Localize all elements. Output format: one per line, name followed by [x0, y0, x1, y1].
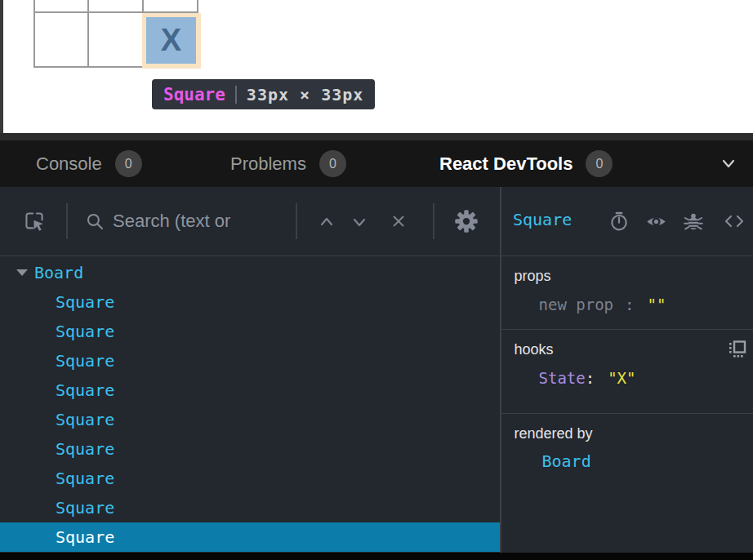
- tree-row-square-7[interactable]: Square: [0, 464, 500, 493]
- search-input[interactable]: [113, 207, 291, 236]
- toolbar-divider: [433, 203, 434, 239]
- tree-row-square-4[interactable]: Square: [0, 376, 500, 405]
- tree-row-square-3[interactable]: Square: [0, 346, 500, 376]
- tree-row-square-5[interactable]: Square: [0, 405, 500, 434]
- clear-search-icon[interactable]: [389, 211, 408, 231]
- search-icon: [85, 211, 105, 232]
- inspect-element-icon[interactable]: [23, 210, 46, 233]
- component-name: Square: [56, 351, 114, 371]
- next-match-icon[interactable]: [350, 213, 369, 231]
- tab-problems[interactable]: Problems 0: [230, 140, 346, 187]
- expand-arrow-icon[interactable]: [16, 269, 28, 276]
- component-name: Square: [56, 469, 114, 488]
- component-name: Square: [56, 410, 114, 429]
- rendered-by-title: rendered by: [515, 414, 741, 442]
- tab-bar-top-edge: [0, 133, 753, 140]
- tree-row-square-2[interactable]: Square: [0, 317, 500, 346]
- suspend-timer-icon[interactable]: [608, 211, 630, 232]
- tab-console[interactable]: Console 0: [36, 140, 142, 187]
- hook-colon: :: [586, 369, 595, 387]
- grid-line: [33, 0, 35, 68]
- devtools-tab-bar: Console 0 Problems 0 React DevTools 0: [0, 140, 753, 187]
- renderer-link-board[interactable]: Board: [515, 451, 741, 471]
- tree-row-square-6[interactable]: Square: [0, 434, 500, 464]
- board-cell-value: X: [161, 23, 181, 58]
- tooltip-dimensions: 33px × 33px: [247, 85, 363, 104]
- component-name: Square: [56, 439, 114, 459]
- inspect-tooltip: Square 33px × 33px: [152, 79, 375, 109]
- tab-count-badge: 0: [115, 150, 142, 177]
- component-name: Square: [56, 498, 114, 518]
- previous-match-icon[interactable]: [317, 213, 336, 231]
- bottom-edge-strip: [0, 553, 753, 560]
- view-source-icon[interactable]: [722, 211, 746, 231]
- tree-row-board-0[interactable]: Board: [0, 258, 500, 287]
- react-devtools-toolbar: Square: [0, 187, 753, 256]
- rendered-by-section: rendered by Board: [501, 414, 753, 553]
- tab-label: Problems: [230, 153, 306, 175]
- toolbar-divider: [66, 203, 68, 239]
- tab-label: React DevTools: [439, 153, 573, 175]
- hooks-section: hooks State: "X": [501, 330, 753, 414]
- tab-react-devtools[interactable]: React DevTools 0: [439, 140, 613, 187]
- inspect-dom-eye-icon[interactable]: [645, 211, 667, 233]
- component-name: Board: [34, 263, 83, 282]
- props-section-title: props: [515, 256, 741, 285]
- tooltip-component-name: Square: [163, 85, 225, 104]
- hook-state-row[interactable]: State: "X": [515, 369, 741, 387]
- new-prop-value-input[interactable]: "": [647, 296, 666, 313]
- parse-hook-names-icon[interactable]: [728, 340, 746, 358]
- props-section: props new prop : "": [501, 256, 753, 330]
- devtools-window: X Square 33px × 33px Console 0 Problems …: [0, 0, 753, 560]
- component-name: Square: [56, 527, 114, 547]
- tab-label: Console: [36, 153, 102, 175]
- log-data-bug-icon[interactable]: [683, 211, 704, 232]
- hook-name: State: [539, 369, 586, 387]
- chevron-down-icon[interactable]: [719, 153, 738, 173]
- settings-gear-icon[interactable]: [454, 209, 479, 233]
- prop-colon: :: [625, 296, 634, 313]
- tree-row-square-8[interactable]: Square: [0, 493, 500, 522]
- toolbar-divider: [296, 203, 297, 239]
- highlight-content-overlay[interactable]: X: [146, 17, 196, 64]
- new-prop-input[interactable]: new prop: [539, 296, 614, 313]
- react-devtools-content: BoardSquareSquareSquareSquareSquareSquar…: [0, 256, 753, 553]
- component-name: Square: [56, 292, 114, 312]
- selected-component-title: Square: [513, 210, 572, 229]
- tooltip-divider: [235, 86, 237, 104]
- hook-value[interactable]: "X": [608, 369, 635, 387]
- component-name: Square: [56, 380, 114, 400]
- new-prop-row[interactable]: new prop : "": [515, 296, 741, 313]
- tree-row-square-1[interactable]: Square: [0, 287, 500, 317]
- tree-row-square-9[interactable]: Square: [0, 522, 500, 552]
- hooks-section-title: hooks: [515, 330, 741, 358]
- component-name: Square: [56, 322, 114, 341]
- component-details-panel: props new prop : "" hooks: [501, 256, 753, 553]
- tab-count-badge: 0: [586, 150, 613, 177]
- components-tree: BoardSquareSquareSquareSquareSquareSquar…: [0, 256, 500, 553]
- grid-line: [87, 0, 89, 68]
- tab-count-badge: 0: [319, 150, 346, 177]
- browser-viewport: X Square 33px × 33px: [0, 0, 753, 133]
- window-left-edge: [0, 0, 3, 133]
